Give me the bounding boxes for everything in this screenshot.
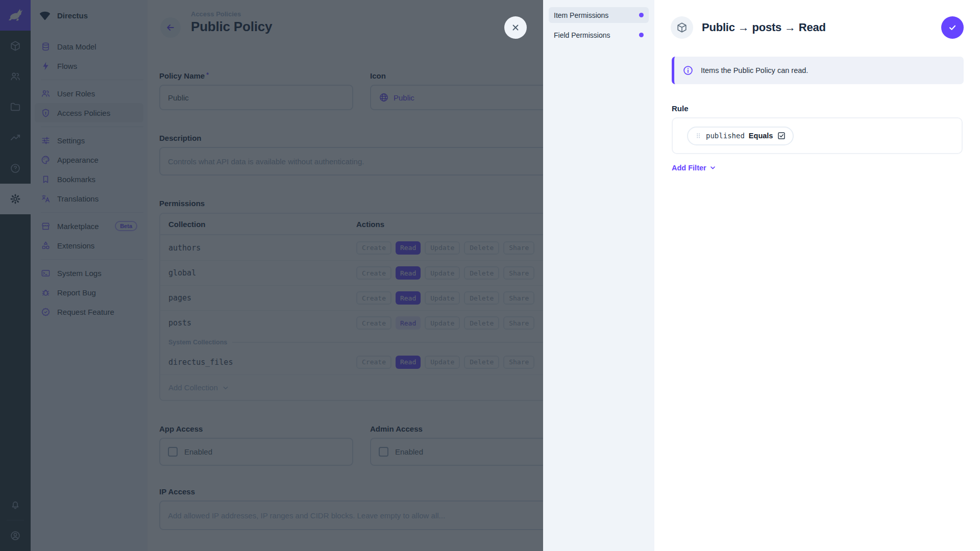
filter-operator[interactable]: Equals (749, 132, 773, 140)
rule-label: Rule (672, 104, 689, 113)
save-button[interactable] (941, 16, 964, 39)
tab-label: Item Permissions (554, 11, 608, 19)
filter-field[interactable]: published (706, 132, 745, 140)
status-dot (639, 33, 644, 37)
cube-icon (676, 22, 688, 33)
drawer-nav: Item Permissions Field Permissions (543, 0, 654, 551)
directus-app: Directus Data Model Flows User Roles Acc… (0, 0, 980, 551)
drawer-header: Public → posts → Read (671, 16, 964, 39)
checkbox-checked-icon[interactable] (777, 131, 786, 140)
check-icon (947, 22, 958, 33)
tab-field-permissions[interactable]: Field Permissions (549, 27, 649, 43)
rule-filter-box: published Equals (672, 117, 963, 154)
tab-item-permissions[interactable]: Item Permissions (549, 7, 649, 23)
banner-text: Items the Public Policy can read. (701, 66, 808, 74)
filter-pill[interactable]: published Equals (687, 127, 794, 145)
status-dot (639, 13, 644, 17)
drawer-icon-badge (671, 16, 693, 39)
modal-overlay[interactable] (0, 0, 543, 551)
drag-handle-icon[interactable] (695, 132, 702, 140)
chevron-down-icon (708, 163, 717, 172)
tab-label: Field Permissions (554, 31, 610, 39)
close-drawer-button[interactable] (504, 16, 527, 39)
info-icon (682, 65, 694, 76)
close-icon (511, 23, 520, 32)
permissions-drawer: Public → posts → Read Items the Public P… (654, 0, 980, 551)
add-filter-button[interactable]: Add Filter (672, 163, 717, 172)
info-banner: Items the Public Policy can read. (672, 57, 964, 84)
drawer-title: Public → posts → Read (702, 21, 826, 34)
